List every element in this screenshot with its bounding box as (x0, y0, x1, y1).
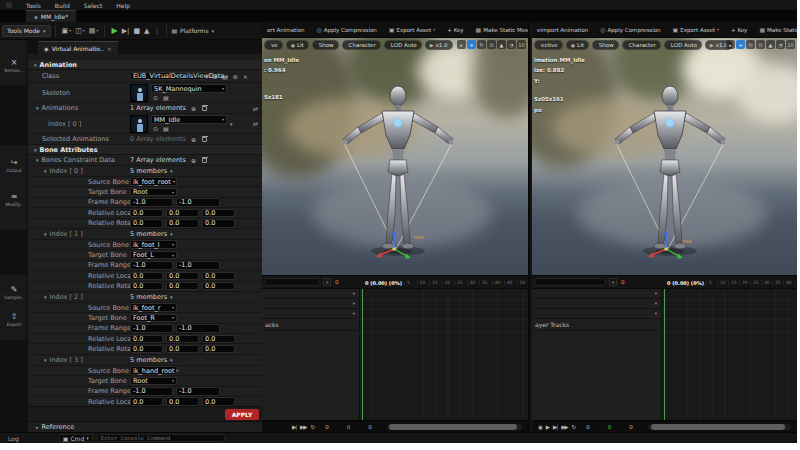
apply-button[interactable]: APPLY (225, 409, 259, 420)
browse-folder-icon[interactable]: ▤ (163, 125, 169, 132)
source-bone-dropdown[interactable]: ik_hand_root▾ (130, 366, 177, 375)
viewport-toolbar-button[interactable]: + Key (442, 27, 468, 33)
viewport-3d-scene[interactable]: ve ◉ Lit Show Character LOD Auto ▶ x1.0 (262, 38, 528, 275)
skeleton-thumbnail[interactable] (130, 84, 148, 102)
console-command-input[interactable] (97, 434, 225, 442)
play-options-kebab-icon[interactable]: ⋮ (153, 27, 160, 35)
add-element-icon[interactable]: ⊕ (191, 157, 196, 164)
viewport-pill-button[interactable]: LOD Auto (384, 40, 422, 50)
source-bone-dropdown[interactable]: ik_foot_root▾ (130, 177, 177, 186)
rotation-z-field[interactable]: 0.0 (202, 282, 235, 291)
frame-range-min-field[interactable]: -1.0 (130, 198, 173, 207)
rotation-z-field[interactable]: 0.0 (202, 345, 235, 354)
viewport-toolbar-button[interactable]: ◎ Apply Compression (314, 26, 382, 33)
scale-tool-icon[interactable]: ⊡ (756, 40, 765, 49)
location-z-field[interactable]: 0.0 (202, 272, 235, 281)
close-icon[interactable]: × (107, 45, 112, 52)
tracks-group-label[interactable]: acks (262, 319, 359, 331)
menu-item-select[interactable]: Select (84, 2, 103, 9)
close-icon[interactable]: × (243, 73, 248, 80)
blueprints-button[interactable]: ◫▾ (75, 27, 85, 35)
source-bone-dropdown[interactable]: ik_foot_l▾ (130, 240, 177, 249)
camera-speed-button[interactable]: 10 (786, 40, 795, 49)
track-row[interactable]: ▾ (262, 309, 359, 319)
section-animation[interactable]: ▾ Animation (28, 60, 262, 70)
mannequin-character[interactable] (610, 80, 730, 266)
transport-button[interactable]: ↻ (572, 424, 576, 430)
location-x-field[interactable]: 0.0 (130, 397, 163, 406)
viewport-toolbar-button[interactable]: eimport Animation (532, 27, 593, 33)
viewport-pill-button[interactable]: ve (264, 40, 283, 50)
rotation-y-field[interactable]: 0.0 (166, 345, 199, 354)
section-bone-attributes[interactable]: ▾ Bone Attributes (28, 145, 262, 155)
location-x-field[interactable]: 0.0 (130, 335, 163, 344)
transport-button[interactable]: ▶▶ (561, 424, 567, 430)
rotation-x-field[interactable]: 0.0 (130, 345, 163, 354)
skeleton-dropdown[interactable]: SK_Mannequin▾ (151, 84, 227, 93)
use-selected-icon[interactable]: ⊙ (212, 73, 217, 80)
rotate-tool-icon[interactable]: ↻ (746, 40, 755, 49)
viewport-pill-button[interactable]: ◉ Lit (566, 40, 589, 50)
target-bone-dropdown[interactable]: Foot_L▾ (130, 251, 177, 260)
rail-output-button[interactable]: ↪ Output (0, 158, 28, 173)
chevron-down-icon[interactable]: ▾ (170, 294, 173, 300)
track-row[interactable]: ▾ (262, 299, 359, 309)
viewport-pill-button[interactable]: Character (342, 40, 381, 50)
close-icon[interactable]: × (323, 278, 331, 286)
rail-export-button[interactable]: ⇧ Export (0, 312, 28, 327)
rotation-x-field[interactable]: 0.0 (130, 282, 163, 291)
chevron-down-icon[interactable]: ▾ (170, 231, 173, 237)
rotation-z-field[interactable]: 0.0 (202, 219, 235, 228)
rotate-tool-icon[interactable]: ↻ (477, 40, 486, 49)
eject-button[interactable]: ▲ (144, 27, 149, 35)
scrollbar-thumb[interactable] (389, 424, 516, 430)
transport-button[interactable]: ▶ (546, 424, 549, 430)
timeline-ruler[interactable]: 0 (0.00) (0%) 5101520253035404550556065 (362, 276, 528, 289)
platforms-button[interactable]: ▤ Platforms ▾ (171, 27, 214, 34)
browse-folder-icon[interactable]: ▤ (163, 94, 169, 101)
rail-sample-button[interactable]: ✎ Sample.. (0, 285, 28, 300)
frame-range-min-field[interactable]: -1.0 (130, 387, 173, 396)
viewport-toolbar-button[interactable]: + Key (726, 27, 752, 33)
viewport-pill-button[interactable]: ective (534, 40, 563, 50)
source-bone-dropdown[interactable]: ik_foot_r▾ (130, 303, 177, 312)
location-x-field[interactable]: 0.0 (130, 209, 163, 218)
frame-range-max-field[interactable]: -1.0 (176, 324, 220, 333)
delete-icon[interactable] (202, 106, 207, 111)
tools-mode-button[interactable]: Tools Mode ▾ (2, 25, 51, 37)
viewport-pill-button[interactable]: LOD Auto (664, 40, 702, 50)
add-element-icon[interactable]: ⊕ (191, 105, 196, 112)
menu-item-build[interactable]: Build (55, 2, 70, 9)
rail-modify-button[interactable]: ≡ Modify.. (0, 192, 28, 207)
timeline-track-area[interactable] (662, 289, 797, 420)
track-row[interactable]: ▾ (532, 309, 661, 319)
timeline-ruler[interactable]: 0 (0.00) (0%) 51015202530354045505560 (664, 276, 797, 289)
location-y-field[interactable]: 0.0 (166, 397, 199, 406)
menu-item-help[interactable]: Help (116, 2, 130, 9)
menu-item-tools[interactable]: Tools (26, 2, 41, 9)
timeline-track-area[interactable] (360, 289, 528, 420)
animation-thumbnail[interactable] (130, 115, 148, 133)
location-y-field[interactable]: 0.0 (166, 335, 199, 344)
viewport-pill-button[interactable]: Show (312, 40, 339, 50)
grid-snap-icon[interactable]: ▲ (766, 40, 775, 49)
target-bone-dropdown[interactable]: Foot_R▾ (130, 314, 177, 323)
viewport-toolbar-button[interactable]: ▦ Make Static Mesh (756, 26, 797, 33)
viewport-pill-button[interactable]: ▶ x1.0 (425, 40, 453, 50)
viewport-pill-button[interactable]: Character (622, 40, 661, 50)
mannequin-character[interactable] (338, 80, 458, 266)
browse-folder-icon[interactable]: ▤ (222, 73, 228, 80)
track-row[interactable]: ▾ (262, 289, 359, 299)
cmd-dropdown[interactable]: ▣ Cmd ▾ (59, 434, 93, 442)
cinematics-button[interactable]: ▤▾ (89, 27, 99, 35)
add-actor-button[interactable]: ▣▾ (62, 27, 72, 35)
viewport-pill-button[interactable]: Show (592, 40, 619, 50)
chevron-down-icon[interactable]: ▾ (170, 357, 173, 363)
scrollbar-thumb[interactable] (651, 424, 786, 430)
grid-snap-icon[interactable]: ▲ (497, 40, 506, 49)
rotation-x-field[interactable]: 0.0 (130, 219, 163, 228)
location-z-field[interactable]: 0.0 (202, 209, 235, 218)
location-z-field[interactable]: 0.0 (202, 335, 235, 344)
add-element-icon[interactable]: ⊕ (191, 136, 196, 143)
tab-virtual-animation[interactable]: ◈ Virtual Animatio.. × (38, 41, 118, 54)
